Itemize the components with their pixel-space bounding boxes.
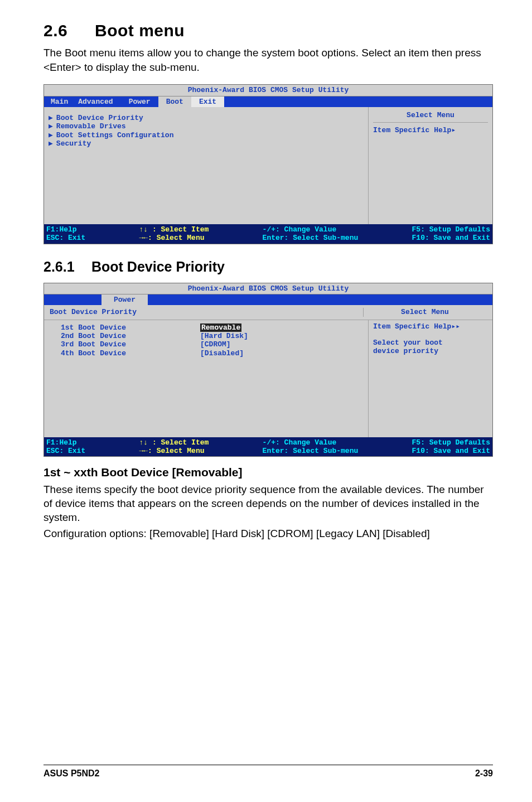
- help-text-line-2: device priority: [373, 347, 488, 355]
- footer-save-exit: F10: Save and Exit: [412, 447, 490, 455]
- option-config-options: Configuration options: [Removable] [Hard…: [43, 526, 493, 540]
- footer-col-2: ↑↓ : Select Item →←: Select Menu: [139, 438, 209, 456]
- footer-select-menu: →←: Select Menu: [139, 447, 205, 455]
- subsection-number: 2.6.1: [43, 259, 91, 275]
- row-key: 4th Boot Device: [61, 349, 200, 357]
- item-specific-help: Item Specific Help▸▸: [373, 322, 488, 331]
- menu-item-removable-drives[interactable]: ▶Removable Drives: [49, 122, 364, 131]
- option-description: These items specify the boot device prio…: [43, 482, 493, 524]
- footer-f1-help: F1:Help: [46, 438, 77, 447]
- footer-select-submenu: Enter: Select Sub-menu: [263, 447, 359, 455]
- footer-col-1: F1:Help ESC: Exit: [46, 225, 85, 243]
- bios-right-pane: Item Specific Help▸▸ Select your boot de…: [369, 320, 492, 437]
- menu-item-label: Boot Settings Configuration: [56, 131, 174, 139]
- bios-right-pane: Select Menu Item Specific Help▸: [369, 107, 492, 224]
- boot-device-row-1[interactable]: 1st Boot Device Removable: [61, 323, 364, 332]
- menu-item-label: Boot Device Priority: [56, 114, 143, 122]
- footer-select-menu: →←: Select Menu: [139, 234, 205, 242]
- section-intro: The Boot menu items allow you to change …: [43, 46, 493, 74]
- bios-title: Phoenix-Award BIOS CMOS Setup Utility: [44, 85, 492, 96]
- panel-title-text: Boot Device Priority: [50, 308, 137, 316]
- section-heading: 2.6Boot menu: [43, 21, 493, 40]
- footer-change-value: -/+: Change Value: [263, 438, 337, 447]
- help-text-line-1: Select your boot: [373, 339, 488, 347]
- tab-advanced[interactable]: Advanced: [70, 96, 120, 107]
- section-number: 2.6: [43, 21, 95, 40]
- footer-f1-help: F1:Help: [46, 225, 77, 234]
- submenu-arrow-icon: ▶: [49, 114, 56, 122]
- bios-menubar: Main Advanced Power Boot Exit: [44, 96, 492, 107]
- help-arrow-icon: ▸: [451, 126, 456, 134]
- page-footer: ASUS P5ND2 2-39: [43, 765, 493, 779]
- menu-item-label: Security: [56, 139, 91, 148]
- help-arrow-icon: ▸▸: [451, 322, 460, 331]
- right-pane-title: Select Menu: [401, 308, 449, 316]
- row-value: [Hard Disk]: [200, 332, 284, 340]
- bios-footer: F1:Help ESC: Exit ↑↓ : Select Item →←: S…: [44, 224, 492, 244]
- bios-screenshot-boot-priority: Phoenix-Award BIOS CMOS Setup Utility Po…: [43, 283, 493, 457]
- tab-power-visible[interactable]: Power: [101, 294, 148, 305]
- submenu-arrow-icon: ▶: [49, 131, 56, 139]
- boot-device-row-3[interactable]: 3rd Boot Device [CDROM]: [61, 340, 364, 349]
- footer-col-4: F5: Setup Defaults F10: Save and Exit: [412, 225, 490, 243]
- row-value: [CDROM]: [200, 340, 284, 349]
- footer-col-1: F1:Help ESC: Exit: [46, 438, 85, 456]
- footer-setup-defaults: F5: Setup Defaults: [412, 225, 490, 234]
- boot-device-row-2[interactable]: 2nd Boot Device [Hard Disk]: [61, 332, 364, 340]
- menu-item-boot-device-priority[interactable]: ▶Boot Device Priority: [49, 114, 364, 122]
- menu-item-boot-settings-config[interactable]: ▶Boot Settings Configuration: [49, 131, 364, 139]
- bios-body-wrapper: Boot Device Priority Select Menu 1st Boo…: [44, 305, 492, 437]
- footer-select-item: ↑↓ : Select Item: [139, 225, 209, 234]
- footer-col-3: -/+: Change Value Enter: Select Sub-menu: [263, 438, 359, 456]
- footer-col-3: -/+: Change Value Enter: Select Sub-menu: [263, 225, 359, 243]
- row-value: Removable: [200, 323, 241, 332]
- menubar-spacer: [49, 294, 101, 305]
- submenu-arrow-icon: ▶: [49, 122, 56, 131]
- bios-footer: F1:Help ESC: Exit ↑↓ : Select Item →←: S…: [44, 437, 492, 457]
- bios-screenshot-boot-menu: Phoenix-Award BIOS CMOS Setup Utility Ma…: [43, 84, 493, 244]
- menu-item-security[interactable]: ▶Security: [49, 139, 364, 148]
- footer-product: ASUS P5ND2: [43, 769, 99, 779]
- bios-title: Phoenix-Award BIOS CMOS Setup Utility: [44, 283, 492, 294]
- tab-boot[interactable]: Boot: [158, 96, 191, 107]
- footer-col-2: ↑↓ : Select Item →←: Select Menu: [139, 225, 209, 243]
- footer-esc-exit: ESC: Exit: [46, 447, 85, 455]
- tab-exit[interactable]: Exit: [191, 96, 224, 107]
- footer-change-value: -/+: Change Value: [263, 225, 337, 234]
- subsection-title-text: Boot Device Priority: [91, 259, 225, 274]
- footer-setup-defaults: F5: Setup Defaults: [412, 438, 490, 447]
- row-key: 1st Boot Device: [61, 323, 200, 332]
- footer-page-number: 2-39: [475, 769, 493, 779]
- footer-esc-exit: ESC: Exit: [46, 234, 85, 242]
- menu-item-label: Removable Drives: [56, 122, 126, 131]
- row-key: 2nd Boot Device: [61, 332, 200, 340]
- footer-select-item: ↑↓ : Select Item: [139, 438, 209, 447]
- panel-heading: Boot Device Priority Select Menu: [44, 305, 492, 320]
- section-title-text: Boot menu: [95, 21, 185, 40]
- bios-left-pane: 1st Boot Device Removable 2nd Boot Devic…: [44, 320, 369, 437]
- bios-body: ▶Boot Device Priority ▶Removable Drives …: [44, 107, 492, 224]
- help-label: Item Specific Help: [373, 126, 451, 134]
- footer-col-4: F5: Setup Defaults F10: Save and Exit: [412, 438, 490, 456]
- help-label: Item Specific Help: [373, 322, 451, 331]
- bios-left-pane: ▶Boot Device Priority ▶Removable Drives …: [44, 107, 369, 224]
- footer-select-submenu: Enter: Select Sub-menu: [263, 234, 359, 242]
- submenu-arrow-icon: ▶: [49, 139, 56, 148]
- boot-device-row-4[interactable]: 4th Boot Device [Disabled]: [61, 349, 364, 357]
- subsection-heading: 2.6.1Boot Device Priority: [43, 259, 493, 275]
- tab-power[interactable]: Power: [121, 96, 158, 107]
- bios-body: 1st Boot Device Removable 2nd Boot Devic…: [44, 320, 492, 437]
- row-value: [Disabled]: [200, 349, 284, 357]
- option-heading: 1st ~ xxth Boot Device [Removable]: [43, 466, 493, 479]
- footer-save-exit: F10: Save and Exit: [412, 234, 490, 242]
- tab-main[interactable]: Main: [49, 96, 70, 107]
- right-pane-title: Select Menu: [373, 109, 488, 123]
- item-specific-help: Item Specific Help▸: [373, 126, 488, 134]
- row-key: 3rd Boot Device: [61, 340, 200, 349]
- bios-menubar: Power: [44, 294, 492, 305]
